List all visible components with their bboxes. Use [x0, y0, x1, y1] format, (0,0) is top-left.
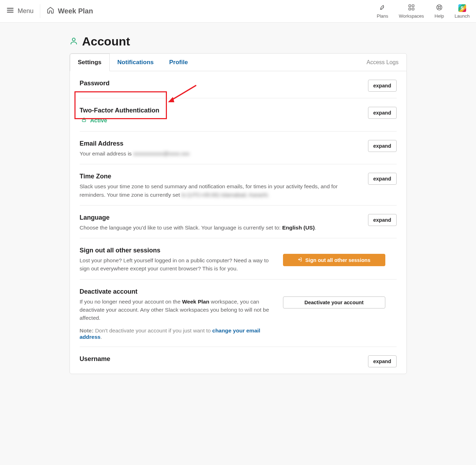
username-title: Username [80, 355, 362, 363]
email-expand-button[interactable]: expand [368, 140, 397, 152]
help-icon [436, 4, 443, 12]
language-expand-button[interactable]: expand [368, 214, 397, 226]
email-desc: Your email address is xxxxxxxxxxx@xxxx.x… [80, 149, 362, 158]
page-title: Account [70, 31, 407, 53]
page-title-text: Account [82, 35, 130, 48]
twofa-title: Two-Factor Authentication [80, 107, 362, 114]
svg-point-8 [438, 6, 440, 8]
nav-help[interactable]: Help [435, 4, 444, 19]
deactivate-button[interactable]: Deactivate your account [283, 296, 385, 308]
tabs: Settings Notifications Profile Access Lo… [70, 54, 406, 71]
timezone-value: to (UTC+05:00) Islamabad, Karachi. [181, 191, 269, 199]
nav-workspaces[interactable]: Workspaces [399, 4, 424, 19]
home-icon [47, 6, 54, 16]
label: Plans [377, 13, 388, 19]
deactivate-desc: If you no longer need your account on th… [80, 298, 277, 322]
tab-profile[interactable]: Profile [162, 54, 196, 71]
svg-rect-3 [409, 5, 411, 7]
timezone-desc: Slack uses your time zone to send summar… [80, 182, 362, 199]
password-title: Password [80, 80, 362, 87]
signout-desc: Lost your phone? Left yourself logged in… [80, 256, 277, 273]
svg-rect-4 [412, 5, 414, 7]
email-value: xxxxxxxxxxx@xxxx.xxx [133, 149, 189, 158]
deactivate-note: Note: Don't deactivate your account if y… [80, 328, 277, 340]
brand[interactable]: Week Plan [47, 6, 93, 16]
twofa-status: Active [80, 116, 362, 125]
language-title: Language [80, 214, 362, 221]
email-title: Email Address [80, 140, 362, 147]
brand-label: Week Plan [58, 7, 93, 15]
timezone-title: Time Zone [80, 173, 362, 180]
grid-icon [408, 4, 415, 12]
label: Help [435, 13, 444, 19]
svg-rect-6 [412, 8, 414, 10]
svg-rect-5 [409, 8, 411, 10]
hamburger-icon [6, 6, 14, 16]
rocket-icon [379, 4, 386, 12]
menu-label: Menu [18, 7, 34, 15]
tab-notifications[interactable]: Notifications [110, 54, 162, 71]
username-expand-button[interactable]: expand [368, 355, 397, 367]
language-desc: Choose the language you'd like to use wi… [80, 224, 362, 232]
password-expand-button[interactable]: expand [368, 80, 397, 92]
menu-button[interactable]: Menu [4, 4, 40, 18]
tab-access-logs[interactable]: Access Logs [359, 54, 406, 71]
tab-settings[interactable]: Settings [70, 54, 110, 71]
signout-button-label: Sign out all other sessions [305, 257, 370, 263]
signout-title: Sign out all other sessions [80, 247, 277, 254]
svg-rect-15 [82, 120, 85, 122]
user-icon [70, 37, 78, 47]
nav-launch[interactable]: S Launch [454, 4, 470, 19]
twofa-status-text: Active [90, 117, 107, 124]
signout-button[interactable]: Sign out all other sessions [283, 254, 385, 266]
signout-icon [297, 257, 302, 263]
lock-icon [81, 117, 87, 124]
nav-plans[interactable]: Plans [377, 4, 388, 19]
label: Launch [454, 13, 470, 19]
label: Workspaces [399, 13, 424, 19]
topbar: Menu Week Plan Plans Workspaces Help [0, 0, 476, 23]
twofa-expand-button[interactable]: expand [368, 107, 397, 119]
slack-icon: S [458, 4, 466, 12]
timezone-expand-button[interactable]: expand [368, 173, 397, 185]
language-value: English (US) [282, 225, 315, 231]
deactivate-title: Deactivate account [80, 288, 277, 295]
